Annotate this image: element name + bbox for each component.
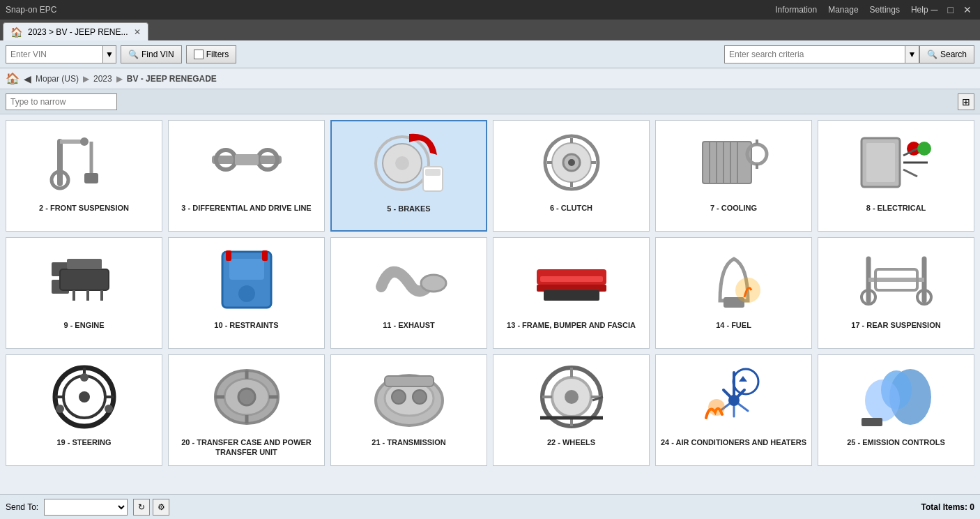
svg-line-37 bbox=[903, 170, 917, 176]
svg-point-71 bbox=[56, 405, 64, 413]
filters-button[interactable]: Filters bbox=[186, 45, 237, 63]
search-area: ▼ 🔍 Search bbox=[724, 45, 974, 63]
toolbar: ▼ 🔍 Find VIN Filters ▼ 🔍 Search bbox=[0, 40, 980, 68]
part-item-5[interactable]: 5 - BRAKES bbox=[330, 120, 487, 232]
nav-settings[interactable]: Settings bbox=[870, 5, 900, 15]
nav-help[interactable]: Help bbox=[911, 5, 928, 15]
refresh-button[interactable]: ↻ bbox=[133, 499, 150, 516]
part-item-7[interactable]: 7 - COOLING bbox=[655, 120, 812, 232]
total-items: Total Items: 0 bbox=[921, 502, 974, 512]
part-label-20: 20 - TRANSFER CASE AND POWER TRANSFER UN… bbox=[173, 437, 320, 458]
part-item-8[interactable]: 8 - ELECTRICAL bbox=[818, 120, 974, 232]
part-image-9 bbox=[46, 245, 123, 315]
find-vin-icon: 🔍 bbox=[128, 50, 139, 59]
part-item-24[interactable]: 24 - AIR CONDITIONERS AND HEATERS bbox=[655, 354, 812, 466]
search-button[interactable]: 🔍 Search bbox=[919, 45, 974, 63]
status-bar: Send To: ↻ ⚙ Total Items: 0 bbox=[0, 494, 980, 519]
svg-rect-84 bbox=[385, 376, 434, 386]
part-image-2 bbox=[46, 128, 123, 197]
part-item-21[interactable]: 21 - TRANSMISSION bbox=[330, 354, 487, 466]
part-item-11[interactable]: 11 - EXHAUST bbox=[330, 237, 487, 349]
main-tab[interactable]: 🏠 2023 > BV - JEEP RENE... ✕ bbox=[3, 22, 148, 40]
vin-dropdown-button[interactable]: ▼ bbox=[102, 45, 116, 63]
filter-bar: ⊞ bbox=[0, 89, 980, 114]
part-item-6[interactable]: 6 - CLUTCH bbox=[493, 120, 650, 232]
home-button[interactable]: 🏠 bbox=[6, 72, 20, 85]
svg-point-70 bbox=[80, 373, 89, 382]
svg-point-83 bbox=[413, 390, 427, 404]
send-to-select[interactable] bbox=[44, 499, 128, 516]
svg-rect-9 bbox=[235, 154, 259, 165]
maximize-button[interactable]: □ bbox=[945, 4, 956, 15]
part-label-19: 19 - STEERING bbox=[56, 437, 111, 447]
svg-rect-49 bbox=[226, 250, 231, 261]
part-image-5 bbox=[371, 128, 447, 198]
svg-rect-50 bbox=[262, 250, 268, 261]
part-item-25[interactable]: 25 - EMISSION CONTROLS bbox=[818, 354, 974, 466]
part-item-14[interactable]: 14 - FUEL bbox=[655, 237, 812, 349]
part-image-19 bbox=[46, 362, 123, 432]
settings-icon[interactable]: ⚙ bbox=[153, 499, 169, 516]
svg-rect-47 bbox=[229, 259, 264, 280]
part-image-17 bbox=[858, 245, 935, 315]
app-window: Snap-on EPC Information Manage Settings … bbox=[0, 0, 980, 519]
search-input[interactable] bbox=[724, 45, 905, 63]
svg-rect-41 bbox=[60, 269, 109, 290]
svg-point-35 bbox=[917, 142, 931, 156]
svg-point-100 bbox=[865, 379, 900, 421]
svg-point-51 bbox=[421, 275, 446, 292]
part-label-10: 10 - RESTRAINTS bbox=[214, 320, 278, 330]
close-button[interactable]: ✕ bbox=[960, 4, 974, 15]
part-image-14 bbox=[696, 245, 772, 315]
part-label-21: 21 - TRANSMISSION bbox=[372, 437, 445, 447]
svg-rect-42 bbox=[67, 259, 102, 269]
part-image-8 bbox=[858, 128, 935, 197]
svg-rect-101 bbox=[862, 418, 882, 426]
part-item-17[interactable]: 17 - REAR SUSPENSION bbox=[818, 237, 974, 349]
grid-toggle-button[interactable]: ⊞ bbox=[958, 93, 974, 110]
svg-point-87 bbox=[565, 390, 579, 404]
part-image-13 bbox=[533, 245, 610, 315]
part-item-9[interactable]: 9 - ENGINE bbox=[6, 237, 162, 349]
breadcrumb-mopar[interactable]: Mopar (US) bbox=[36, 74, 79, 84]
svg-rect-33 bbox=[866, 143, 895, 182]
part-item-20[interactable]: 20 - TRANSFER CASE AND POWER TRANSFER UN… bbox=[168, 354, 325, 466]
status-icons: ↻ ⚙ bbox=[133, 499, 169, 516]
part-item-10[interactable]: 10 - RESTRAINTS bbox=[168, 237, 325, 349]
part-image-7 bbox=[696, 128, 772, 197]
top-nav: Information Manage Settings Help bbox=[775, 5, 928, 15]
vin-input[interactable] bbox=[6, 45, 103, 63]
search-dropdown-button[interactable]: ▼ bbox=[905, 45, 919, 63]
tab-bar: 🏠 2023 > BV - JEEP RENE... ✕ bbox=[0, 20, 980, 40]
part-image-22 bbox=[533, 362, 610, 432]
svg-point-48 bbox=[238, 285, 255, 302]
part-label-6: 6 - CLUTCH bbox=[550, 203, 592, 213]
svg-rect-54 bbox=[540, 276, 603, 282]
part-label-9: 9 - ENGINE bbox=[63, 320, 104, 330]
nav-information[interactable]: Information bbox=[775, 5, 817, 15]
checkbox-icon bbox=[194, 50, 204, 59]
part-item-19[interactable]: 19 - STEERING bbox=[6, 354, 162, 466]
part-image-25 bbox=[858, 362, 935, 432]
title-bar: Snap-on EPC Information Manage Settings … bbox=[0, 0, 980, 20]
part-item-22[interactable]: 22 - WHEELS bbox=[493, 354, 650, 466]
part-label-24: 24 - AIR CONDITIONERS AND HEATERS bbox=[661, 437, 806, 447]
part-item-2[interactable]: 2 - FRONT SUSPENSION bbox=[6, 120, 162, 232]
minimize-button[interactable]: ─ bbox=[928, 4, 941, 15]
content-area: ⊞ 2 - FRONT SUSPENSION 3 - DIFFERENTIAL … bbox=[0, 89, 980, 494]
breadcrumb-year[interactable]: 2023 bbox=[93, 74, 112, 84]
svg-point-12 bbox=[395, 156, 409, 170]
nav-manage[interactable]: Manage bbox=[828, 5, 858, 15]
part-label-2: 2 - FRONT SUSPENSION bbox=[39, 203, 129, 213]
find-vin-button[interactable]: 🔍 Find VIN bbox=[121, 45, 182, 63]
part-label-25: 25 - EMISSION CONTROLS bbox=[847, 437, 945, 447]
tab-close-button[interactable]: ✕ bbox=[134, 27, 141, 37]
part-image-24 bbox=[696, 362, 772, 432]
part-item-3[interactable]: 3 - DIFFERENTIAL AND DRIVE LINE bbox=[168, 120, 325, 232]
part-label-13: 13 - FRAME, BUMPER AND FASCIA bbox=[507, 320, 636, 330]
breadcrumb-model: BV - JEEP RENEGADE bbox=[127, 74, 217, 84]
narrow-input[interactable] bbox=[6, 93, 117, 110]
parts-grid-container: 2 - FRONT SUSPENSION 3 - DIFFERENTIAL AN… bbox=[0, 114, 980, 494]
back-button[interactable]: ◀ bbox=[24, 73, 31, 84]
part-item-13[interactable]: 13 - FRAME, BUMPER AND FASCIA bbox=[493, 237, 650, 349]
